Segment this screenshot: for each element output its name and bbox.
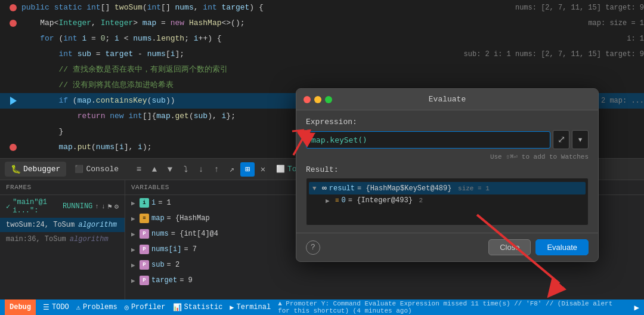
breakpoint-1[interactable]: [10, 4, 17, 11]
code-line-1: public static int[] twoSum(int[] nums, i…: [0, 0, 644, 16]
code-text-4: int sub = target - nums[i];: [21, 47, 452, 62]
var-val-nums: = {int[4]@4: [171, 230, 218, 238]
problems-label: Problems: [83, 303, 117, 311]
code-line-4: int sub = target - nums[i]; sub: 2 i: 1 …: [0, 47, 644, 62]
status-terminal[interactable]: ▶ Terminal: [230, 303, 271, 312]
var-name-nums: nums: [151, 230, 169, 238]
code-text-2: Map<Integer, Integer> map = new HashMap<…: [21, 16, 576, 31]
frames-header: Frames: [0, 180, 125, 195]
watches-hint: Use ⇧⌘⏎ to add to Watches: [306, 153, 589, 160]
terminal-label: Terminal: [237, 303, 271, 311]
expand-map: ▶: [131, 215, 137, 223]
frame-3-italic: algorithm: [70, 235, 109, 243]
result-label: Result:: [306, 165, 589, 174]
var-item-target[interactable]: ▶ P target = 9: [125, 273, 644, 288]
status-debug-label[interactable]: Debug: [5, 299, 36, 315]
infinity-icon: ∞: [322, 184, 327, 193]
var-val-numsi: = 7: [184, 245, 197, 254]
debug-info-3: i: 1: [627, 35, 644, 43]
resume-btn[interactable]: ▲: [147, 162, 162, 177]
frame-2-name: twoSum:24, ToSum: [6, 221, 75, 229]
check-icon: ✓: [6, 202, 10, 211]
filter-icon[interactable]: ⚑: [108, 202, 112, 211]
settings-icon[interactable]: ⚙: [114, 202, 119, 211]
breakpoint-10[interactable]: [10, 144, 17, 151]
tab-debugger[interactable]: 🐛 Debugger: [5, 162, 66, 177]
evaluate-button[interactable]: Evaluate: [535, 239, 589, 255]
frame-running-row[interactable]: ✓ "main"@1 i...": RUNNING ↑ ↓ ⚑ ⚙: [0, 195, 125, 218]
frame-2-italic: algorithm: [78, 221, 117, 229]
icon-map: ≡: [140, 214, 149, 223]
result-area: ▼ ∞ result = {HashMap$KeySet@489} size =…: [306, 178, 589, 226]
code-text-3: for (int i = 0; i < nums.length; i++) {: [21, 31, 615, 47]
run-cursor-btn[interactable]: ↗: [225, 162, 239, 177]
session-icon: ⬜: [276, 165, 285, 174]
tab-console-label: Console: [86, 165, 119, 174]
code-text-1: public static int[] twoSum(int[] nums, i…: [21, 0, 503, 16]
close-button[interactable]: Close: [488, 239, 531, 255]
expression-label: Expression:: [306, 118, 589, 126]
pause-btn[interactable]: ▼: [163, 162, 177, 177]
breakpoint-2[interactable]: [10, 20, 17, 27]
status-problems[interactable]: ⚠ Problems: [76, 303, 117, 312]
var-name-map: map: [151, 214, 165, 223]
step-out-btn[interactable]: ↑: [209, 162, 224, 177]
code-line-5: // 查找余数是否在表中，有则返回两个数的索引: [0, 62, 644, 78]
stop-btn[interactable]: ✕: [256, 162, 270, 177]
arrow-icon-right[interactable]: ▶: [634, 302, 639, 313]
expression-input[interactable]: [306, 131, 550, 149]
expand-i: ▶: [131, 199, 137, 207]
step-over-btn[interactable]: ⤵: [178, 162, 193, 177]
grid-btn[interactable]: ⊞: [240, 162, 255, 177]
icon-target: P: [140, 276, 149, 285]
statistic-icon: 📊: [173, 303, 182, 312]
result-row-2[interactable]: ▶ ≡ 0 = {Integer@493} 2: [309, 194, 586, 206]
list-btn[interactable]: ≡: [132, 162, 146, 177]
result-name-2: 0: [342, 196, 346, 205]
result-type-2: 2: [415, 197, 423, 204]
var-name-i: i: [151, 199, 156, 207]
frame-item-3[interactable]: main:36, ToSum algorithm: [0, 232, 125, 246]
dropdown-btn[interactable]: ▾: [572, 130, 589, 149]
result-name-1: result: [329, 184, 355, 193]
step-into-btn[interactable]: ↓: [194, 162, 208, 177]
status-statistic[interactable]: 📊 Statistic: [173, 303, 223, 312]
var-val-map: = {HashMap: [167, 214, 210, 223]
code-line-2: Map<Integer, Integer> map = new HashMap<…: [0, 16, 644, 31]
exec-arrow-7: [10, 97, 17, 105]
bug-icon: 🐛: [11, 164, 21, 174]
icon-i: i: [140, 198, 149, 208]
code-text-5: // 查找余数是否在表中，有则返回两个数的索引: [21, 62, 644, 78]
todo-label: TODO: [52, 303, 69, 311]
gutter-2: [5, 20, 21, 27]
expand-numsi: ▶: [131, 246, 137, 254]
minimize-tl[interactable]: [314, 96, 321, 103]
evaluate-dialog[interactable]: Evaluate Expression: ⤢ ▾ Use ⇧⌘⏎ to add …: [296, 88, 599, 262]
dialog-footer: ? Close Evaluate: [296, 233, 598, 261]
expand-nums: ▶: [131, 230, 137, 238]
result-row-1[interactable]: ▼ ∞ result = {HashMap$KeySet@489} size =…: [309, 182, 586, 194]
terminal-icon: ▶: [230, 303, 234, 312]
maximize-tl[interactable]: [325, 96, 332, 103]
result-val-1: = {HashMap$KeySet@489}: [357, 184, 451, 193]
console-icon: ⬛: [75, 165, 83, 174]
result-expand-2: ▶: [326, 197, 333, 205]
status-profiler[interactable]: ◎ Profiler: [125, 303, 166, 312]
dialog-titlebar: Evaluate: [296, 89, 598, 110]
problems-icon: ⚠: [76, 303, 80, 312]
tab-console[interactable]: ⬛ Console: [69, 162, 125, 176]
expand-target: ▶: [131, 277, 137, 285]
var-name-target: target: [151, 276, 177, 285]
status-promo-text: ▲ Promoter Y: Command Evaluate Expressio…: [278, 300, 624, 314]
frames-panel: Frames ✓ "main"@1 i...": RUNNING ↑ ↓ ⚑ ⚙…: [0, 180, 125, 315]
close-tl[interactable]: [304, 96, 311, 103]
expand-expression-btn[interactable]: ⤢: [553, 130, 569, 149]
var-name-sub: sub: [151, 261, 165, 269]
frame-item-2[interactable]: twoSum:24, ToSum algorithm: [0, 218, 125, 232]
var-name-numsi: nums[i]: [151, 245, 181, 254]
dialog-body: Expression: ⤢ ▾ Use ⇧⌘⏎ to add to Watche…: [296, 110, 598, 233]
gutter-1: [5, 4, 21, 11]
status-todo[interactable]: ☰ TODO: [43, 303, 69, 312]
help-button[interactable]: ?: [306, 240, 320, 255]
debug-toolbar: ≡ ▲ ▼ ⤵ ↓ ↑ ↗ ⊞ ✕: [132, 162, 270, 177]
